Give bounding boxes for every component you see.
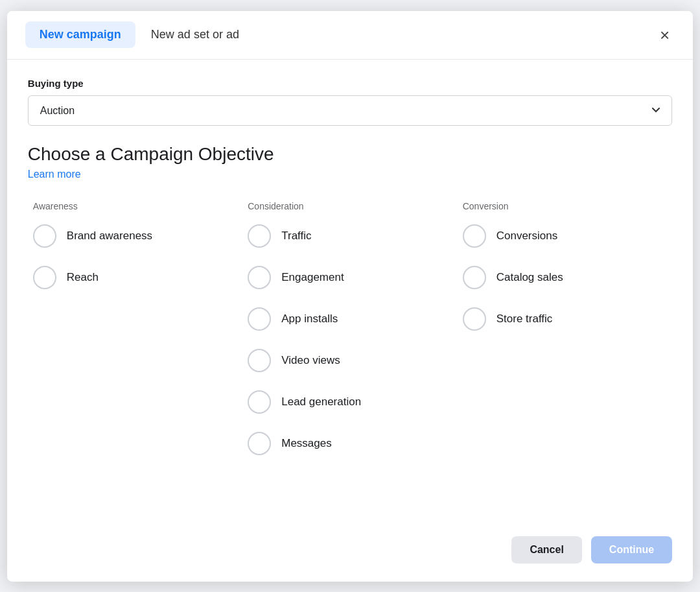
objective-item-messages[interactable]: Messages — [248, 432, 452, 455]
objective-item-app-installs[interactable]: App installs — [248, 307, 452, 331]
objective-col-1: ConsiderationTrafficEngagementApp instal… — [242, 201, 457, 512]
objective-name-catalog-sales: Catalog sales — [496, 271, 563, 284]
objective-item-traffic[interactable]: Traffic — [248, 224, 452, 248]
tab-new-campaign[interactable]: New campaign — [25, 21, 135, 48]
objectives-grid: AwarenessBrand awarenessReachConsiderati… — [28, 201, 672, 512]
objective-name-messages: Messages — [281, 437, 331, 450]
radio-app-installs[interactable] — [248, 307, 271, 331]
buying-type-label: Buying type — [28, 78, 672, 89]
continue-button[interactable]: Continue — [591, 536, 672, 563]
objective-name-video-views: Video views — [281, 354, 340, 367]
col-label-1: Consideration — [248, 201, 452, 211]
col-label-0: Awareness — [33, 201, 237, 211]
radio-store-traffic[interactable] — [463, 307, 486, 331]
radio-video-views[interactable] — [248, 349, 271, 372]
radio-brand-awareness[interactable] — [33, 224, 56, 248]
col-label-2: Conversion — [463, 201, 667, 211]
objective-item-lead-generation[interactable]: Lead generation — [248, 390, 452, 414]
objective-name-app-installs: App installs — [281, 313, 338, 326]
objective-item-engagement[interactable]: Engagement — [248, 266, 452, 289]
objective-item-reach[interactable]: Reach — [33, 266, 237, 289]
objective-name-engagement: Engagement — [281, 271, 344, 284]
objective-name-store-traffic: Store traffic — [496, 313, 553, 326]
radio-lead-generation[interactable] — [248, 390, 271, 414]
objective-name-reach: Reach — [67, 271, 99, 284]
objective-name-traffic: Traffic — [281, 230, 311, 243]
radio-conversions[interactable] — [463, 224, 486, 248]
objective-item-catalog-sales[interactable]: Catalog sales — [463, 266, 667, 289]
tab-new-ad[interactable]: New ad set or ad — [151, 28, 239, 41]
modal-body: Buying type Auction Reach and Frequency … — [7, 60, 693, 525]
learn-more-link[interactable]: Learn more — [28, 169, 672, 180]
objective-col-0: AwarenessBrand awarenessReach — [28, 201, 242, 512]
radio-messages[interactable] — [248, 432, 271, 455]
radio-engagement[interactable] — [248, 266, 271, 289]
objective-item-brand-awareness[interactable]: Brand awareness — [33, 224, 237, 248]
section-title: Choose a Campaign Objective — [28, 144, 672, 165]
campaign-modal: New campaign New ad set or ad × Buying t… — [7, 11, 693, 582]
objective-name-lead-generation: Lead generation — [281, 396, 361, 408]
close-button[interactable]: × — [655, 24, 675, 46]
objective-name-conversions: Conversions — [496, 230, 558, 243]
modal-header: New campaign New ad set or ad × — [7, 11, 693, 60]
radio-reach[interactable] — [33, 266, 56, 289]
radio-catalog-sales[interactable] — [463, 266, 486, 289]
objective-name-brand-awareness: Brand awareness — [67, 230, 152, 243]
objective-item-video-views[interactable]: Video views — [248, 349, 452, 372]
objective-item-conversions[interactable]: Conversions — [463, 224, 667, 248]
modal-footer: Cancel Continue — [7, 525, 693, 582]
radio-traffic[interactable] — [248, 224, 271, 248]
buying-type-select[interactable]: Auction Reach and Frequency — [28, 95, 672, 126]
objective-item-store-traffic[interactable]: Store traffic — [463, 307, 667, 331]
objective-col-2: ConversionConversionsCatalog salesStore … — [458, 201, 672, 512]
cancel-button[interactable]: Cancel — [511, 536, 581, 563]
